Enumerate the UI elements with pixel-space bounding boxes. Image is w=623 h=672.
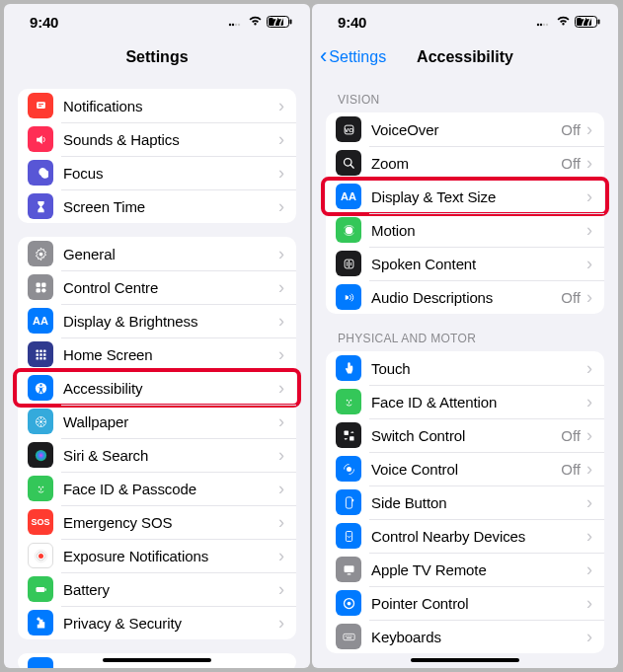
svg-rect-18 <box>36 353 39 356</box>
row-label: Wallpaper <box>63 413 278 430</box>
row-displaytext[interactable]: AADisplay & Text Size› <box>326 180 604 213</box>
page-title: Settings <box>4 48 310 66</box>
general-icon <box>28 241 53 266</box>
row-zoom[interactable]: ZoomOff› <box>326 146 604 180</box>
row-label: Sounds & Haptics <box>63 131 278 148</box>
row-sidebutton[interactable]: Side Button› <box>326 485 604 519</box>
home-indicator[interactable] <box>411 658 519 662</box>
row-value: Off <box>561 155 581 172</box>
chevron-right-icon: › <box>278 97 284 114</box>
row-label: Display & Brightness <box>63 313 278 330</box>
svg-point-29 <box>38 485 39 487</box>
row-nearby[interactable]: Control Nearby Devices› <box>326 519 604 553</box>
row-label: Exposure Notifications <box>63 548 278 564</box>
row-appletv[interactable]: Apple TV Remote› <box>326 553 604 586</box>
row-homescreen[interactable]: Home Screen› <box>18 337 296 371</box>
sidebutton-icon <box>336 489 361 515</box>
accessibility-icon <box>28 375 53 401</box>
row-faceidatt[interactable]: Face ID & Attention› <box>326 385 604 418</box>
svg-point-37 <box>537 24 539 26</box>
svg-rect-52 <box>350 436 353 440</box>
row-exposure[interactable]: Exposure Notifications› <box>18 539 296 572</box>
spoken-icon <box>336 251 361 276</box>
status-bar: 9:40 77 <box>4 4 310 39</box>
row-label: Spoken Content <box>371 256 586 272</box>
svg-rect-9 <box>39 105 41 106</box>
svg-rect-13 <box>36 288 39 292</box>
row-label: Focus <box>63 165 278 182</box>
row-spoken[interactable]: Spoken Content› <box>326 247 604 280</box>
svg-rect-7 <box>37 102 45 109</box>
chevron-right-icon: › <box>586 460 592 478</box>
status-icons: 77 <box>228 13 292 31</box>
row-audiodesc[interactable]: Audio DescriptionsOff› <box>326 280 604 314</box>
row-wallpaper[interactable]: Wallpaper› <box>18 405 296 438</box>
chevron-right-icon: › <box>586 187 592 205</box>
chevron-right-icon: › <box>278 379 284 397</box>
chevron-right-icon: › <box>586 393 592 411</box>
keyboards-icon <box>336 624 361 649</box>
svg-rect-64 <box>349 635 350 636</box>
row-label: Privacy & Security <box>63 615 278 632</box>
row-notifications[interactable]: Notifications› <box>18 89 296 122</box>
row-privacy[interactable]: Privacy & Security› <box>18 606 296 639</box>
accessibility-list[interactable]: VISIONVOVoiceOverOff›ZoomOff›AADisplay &… <box>312 75 618 668</box>
row-battery[interactable]: Battery› <box>18 572 296 606</box>
svg-point-36 <box>37 617 39 620</box>
row-pointer[interactable]: Pointer Control› <box>326 586 604 620</box>
status-time: 9:40 <box>338 14 366 31</box>
chevron-right-icon: › <box>278 412 284 430</box>
nav-bar: Settings <box>4 39 310 75</box>
svg-point-0 <box>229 24 231 26</box>
row-focus[interactable]: Focus› <box>18 156 296 189</box>
row-label: Display & Text Size <box>371 188 586 205</box>
home-indicator[interactable] <box>103 658 211 662</box>
svg-point-1 <box>232 24 234 26</box>
status-icons: 77 <box>536 13 600 31</box>
row-accessibility[interactable]: Accessibility› <box>18 371 296 405</box>
displaytext-icon: AA <box>336 184 361 209</box>
row-general[interactable]: General› <box>18 237 296 270</box>
row-label: Voice Control <box>371 461 561 478</box>
row-switchctrl[interactable]: Switch ControlOff› <box>326 418 604 452</box>
row-motion[interactable]: Motion› <box>326 213 604 247</box>
row-voiceover[interactable]: VOVoiceOverOff› <box>326 112 604 146</box>
focus-icon <box>28 160 53 186</box>
row-label: Control Nearby Devices <box>371 528 586 545</box>
row-sos[interactable]: SOSEmergency SOS› <box>18 505 296 539</box>
row-screentime[interactable]: Screen Time› <box>18 189 296 223</box>
svg-point-2 <box>235 24 237 26</box>
chevron-right-icon: › <box>278 480 284 497</box>
svg-rect-20 <box>43 353 46 356</box>
svg-rect-55 <box>351 498 352 501</box>
cellular-icon <box>536 13 552 31</box>
row-faceid[interactable]: Face ID & Passcode› <box>18 472 296 505</box>
svg-rect-65 <box>350 635 351 636</box>
row-value: Off <box>561 289 581 306</box>
row-controlcentre[interactable]: Control Centre› <box>18 270 296 304</box>
faceid-icon <box>28 476 53 501</box>
svg-point-31 <box>39 554 43 559</box>
row-sounds[interactable]: Sounds & Haptics› <box>18 122 296 156</box>
row-keyboards[interactable]: Keyboards› <box>326 620 604 653</box>
status-time: 9:40 <box>30 14 58 31</box>
chevron-right-icon: › <box>278 312 284 330</box>
row-siri[interactable]: Siri & Search› <box>18 438 296 472</box>
row-label: Keyboards <box>371 629 586 645</box>
svg-point-25 <box>39 384 41 386</box>
row-display[interactable]: AADisplay & Brightness› <box>18 304 296 337</box>
row-label: General <box>63 246 278 262</box>
chevron-right-icon: › <box>586 560 592 578</box>
chevron-right-icon: › <box>586 527 592 545</box>
row-touch[interactable]: Touch› <box>326 351 604 385</box>
svg-rect-58 <box>347 573 350 574</box>
display-icon: AA <box>28 308 53 334</box>
svg-point-40 <box>546 24 548 26</box>
row-voicectrl[interactable]: Voice ControlOff› <box>326 452 604 485</box>
row-label: Motion <box>371 222 586 239</box>
pointer-icon <box>336 590 361 616</box>
row-label: Screen Time <box>63 198 278 215</box>
settings-list[interactable]: Notifications›Sounds & Haptics›Focus›Scr… <box>4 75 310 668</box>
sos-icon: SOS <box>28 509 53 535</box>
chevron-right-icon: › <box>278 614 284 632</box>
